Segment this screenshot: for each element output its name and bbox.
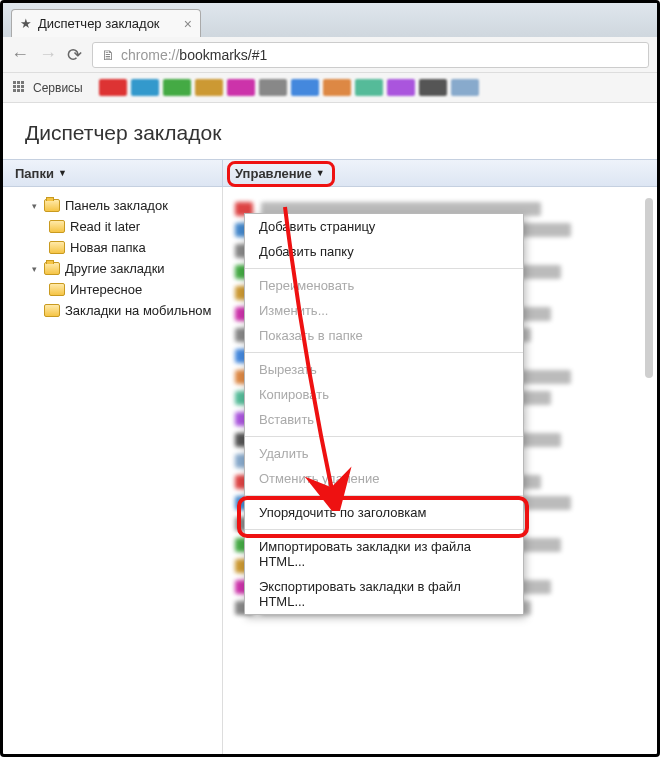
menu-item: Отменить удаление [245,466,523,491]
folder-open-icon [44,262,60,275]
reload-icon[interactable]: ⟳ [67,44,82,66]
forward-icon[interactable]: → [39,44,57,65]
collapse-icon[interactable]: ▾ [29,264,39,274]
folders-label: Папки [15,166,54,181]
menu-item: Переименовать [245,273,523,298]
menu-item: Изменить... [245,298,523,323]
menu-separator [245,495,523,496]
tree-item[interactable]: ▾ Панель закладок [7,195,218,216]
tree-item[interactable]: Интересное [7,279,218,300]
manage-menu: Добавить страницуДобавить папкуПереимено… [244,213,524,615]
back-icon[interactable]: ← [11,44,29,65]
tree-item[interactable]: ▾ Другие закладки [7,258,218,279]
star-icon: ★ [20,16,32,31]
folder-icon [44,304,60,317]
menu-item: Копировать [245,382,523,407]
tree-label: Другие закладки [65,261,165,276]
file-icon: 🗎 [101,47,115,63]
close-tab-icon[interactable]: × [184,17,192,31]
tab-strip: ★ Диспетчер закладок × [3,3,657,37]
folder-icon [49,241,65,254]
tree-label: Новая папка [70,240,146,255]
folder-icon [49,283,65,296]
tree-label: Read it later [70,219,140,234]
tree-item[interactable]: Новая папка [7,237,218,258]
menu-item: Вырезать [245,357,523,382]
tree-label: Интересное [70,282,142,297]
tree-label: Панель закладок [65,198,168,213]
menu-item[interactable]: Упорядочить по заголовкам [245,500,523,525]
tree-item[interactable]: Read it later [7,216,218,237]
collapse-icon[interactable]: ▾ [29,201,39,211]
browser-window: ★ Диспетчер закладок × ← → ⟳ 🗎 chrome://… [0,0,660,757]
menu-item[interactable]: Добавить папку [245,239,523,264]
services-link[interactable]: Сервисы [33,81,83,95]
chevron-down-icon: ▼ [316,168,325,178]
url-bar[interactable]: 🗎 chrome:// bookmarks/#1 [92,42,649,68]
menu-separator [245,268,523,269]
url-path: bookmarks/#1 [179,47,267,63]
menu-item: Вставить [245,407,523,432]
folder-icon [49,220,65,233]
browser-tab[interactable]: ★ Диспетчер закладок × [11,9,201,37]
apps-icon[interactable] [13,81,27,95]
menu-item[interactable]: Импортировать закладки из файла HTML... [245,534,523,574]
folder-open-icon [44,199,60,212]
chevron-down-icon: ▼ [58,168,67,178]
menu-separator [245,436,523,437]
page-title: Диспетчер закладок [3,103,657,159]
manage-label: Управление [235,166,312,181]
menu-item[interactable]: Добавить страницу [245,214,523,239]
manager-header: Папки ▼ Управление ▼ [3,159,657,187]
folders-dropdown[interactable]: Папки ▼ [3,160,223,186]
url-scheme: chrome:// [121,47,179,63]
tree-item[interactable]: ▾ Закладки на мобильном [7,300,218,321]
tab-title: Диспетчер закладок [38,16,160,31]
menu-item: Показать в папке [245,323,523,348]
menu-item: Удалить [245,441,523,466]
bookmarks-bar: Сервисы [3,73,657,103]
bookmark-favicons [99,79,479,96]
menu-separator [245,529,523,530]
tree-label: Закладки на мобильном [65,303,211,318]
folder-tree: ▾ Панель закладок Read it later Новая па… [3,187,223,757]
menu-item[interactable]: Экспортировать закладки в файл HTML... [245,574,523,614]
toolbar: ← → ⟳ 🗎 chrome:// bookmarks/#1 [3,37,657,73]
scrollbar[interactable] [645,198,653,378]
manage-dropdown[interactable]: Управление ▼ [223,160,657,186]
menu-separator [245,352,523,353]
